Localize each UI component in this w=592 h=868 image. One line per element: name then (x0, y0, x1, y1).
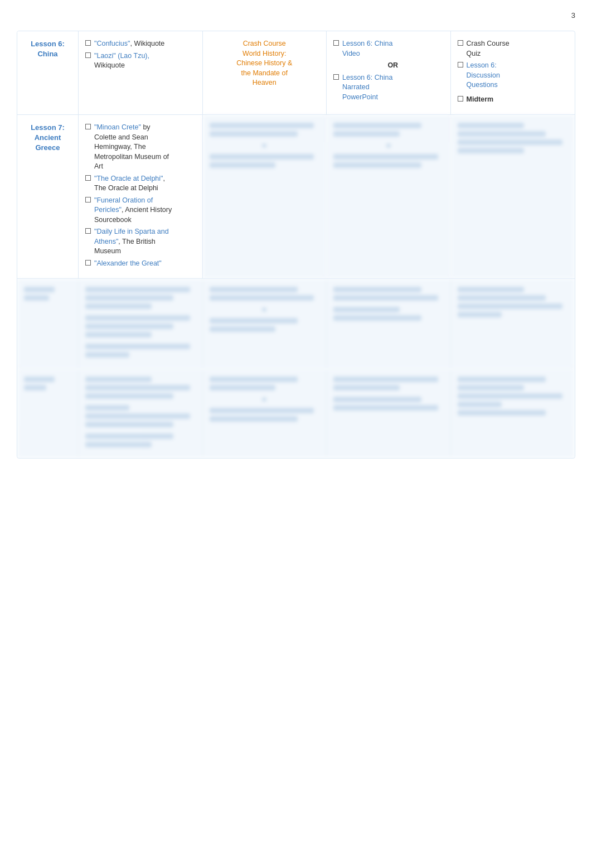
lesson-6-row: Lesson 6:China "Confucius", Wikiquote "L… (17, 31, 575, 115)
blurred-lesson-cell-1 (17, 279, 79, 368)
bullet-icon (458, 96, 463, 102)
blurred-row-2 (17, 369, 575, 458)
bullet-icon (333, 74, 339, 80)
china-video-link[interactable]: Lesson 6: ChinaVideo (342, 40, 392, 57)
blurred-activities-1 (327, 279, 451, 368)
bullet-icon (85, 124, 91, 129)
lesson-6-readings: "Confucius", Wikiquote "Laozi" (Lao Tzu)… (79, 31, 203, 114)
bullet-icon (458, 40, 463, 46)
or-label: OR (333, 61, 444, 71)
list-item: "Laozi" (Lao Tzu),Wikiquote (85, 51, 196, 71)
lesson-6-label: Lesson 6:China (31, 39, 65, 59)
lesson-7-activities-blurred (327, 115, 451, 278)
table-container: Lesson 6:China "Confucius", Wikiquote "L… (17, 31, 575, 459)
oracle-link[interactable]: "The Oracle at Delphi" (94, 175, 163, 182)
blurred-readings-2 (79, 369, 203, 458)
page-number: 3 (17, 11, 575, 20)
list-item: "Minoan Crete" byColette and SeanHemingw… (85, 123, 196, 172)
blurred-video-1 (203, 279, 327, 368)
list-item: Lesson 6: ChinaNarratedPowerPoint (333, 73, 444, 103)
lesson-7-label-cell: Lesson 7:AncientGreece (17, 115, 79, 278)
bullet-icon (85, 228, 91, 234)
blurred-activities-2 (327, 369, 451, 458)
lesson-6-label-cell: Lesson 6:China (17, 31, 79, 114)
discussion-link[interactable]: Lesson 6:DiscussionQuestions (467, 61, 500, 89)
bullet-icon (85, 40, 91, 46)
lesson-6-video: Crash CourseWorld History:Chinese Histor… (203, 31, 327, 114)
or-item: OR (333, 61, 444, 71)
blurred-readings-1 (79, 279, 203, 368)
lesson-7-label: Lesson 7:AncientGreece (31, 123, 65, 153)
list-item: Lesson 6:DiscussionQuestions (458, 61, 569, 90)
list-item: Midterm (458, 95, 569, 105)
list-item: "Daily Life in Sparta andAthens", The Br… (85, 227, 196, 257)
list-item: "Funeral Oration ofPericles", Ancient Hi… (85, 196, 196, 225)
bullet-icon (85, 197, 91, 202)
china-ppt-link[interactable]: Lesson 6: ChinaNarratedPowerPoint (342, 74, 392, 101)
lesson-6-activities: Lesson 6: ChinaVideo OR Lesson 6: ChinaN… (327, 31, 451, 114)
bullet-icon (85, 175, 91, 181)
bullet-icon (85, 52, 91, 58)
funeral-link[interactable]: "Funeral Oration ofPericles" (94, 196, 153, 214)
laozi-link[interactable]: "Laozi" (Lao Tzu), (94, 52, 149, 60)
lesson-7-row: Lesson 7:AncientGreece "Minoan Crete" by… (17, 115, 575, 279)
list-item: "The Oracle at Delphi",The Oracle at Del… (85, 174, 196, 194)
lesson-7-assessments-blurred (451, 115, 575, 278)
bullet-icon (333, 40, 339, 46)
blurred-lesson-cell-2 (17, 369, 79, 458)
blurred-assessments-1 (451, 279, 575, 368)
minoan-link[interactable]: "Minoan Crete" (94, 123, 141, 131)
blurred-video-2 (203, 369, 327, 458)
lesson-6-assessments: Crash CourseQuiz Lesson 6:DiscussionQues… (451, 31, 575, 114)
daily-life-link[interactable]: "Daily Life in Sparta andAthens" (94, 228, 169, 245)
bullet-icon (458, 62, 463, 67)
bullet-icon (85, 260, 91, 266)
blurred-row-1 (17, 279, 575, 369)
video-title: Crash CourseWorld History:Chinese Histor… (236, 39, 292, 88)
alexander-link[interactable]: "Alexander the Great" (94, 259, 162, 267)
list-item: Crash CourseQuiz (458, 39, 569, 59)
lesson-7-readings: "Minoan Crete" byColette and SeanHemingw… (79, 115, 203, 278)
blurred-assessments-2 (451, 369, 575, 458)
confucius-link[interactable]: "Confucius" (94, 40, 130, 47)
midterm-label: Midterm (467, 95, 494, 105)
list-item: "Confucius", Wikiquote (85, 39, 196, 49)
lesson-7-video-blurred (203, 115, 327, 278)
list-item: "Alexander the Great" (85, 259, 196, 269)
list-item: Lesson 6: ChinaVideo (333, 39, 444, 59)
